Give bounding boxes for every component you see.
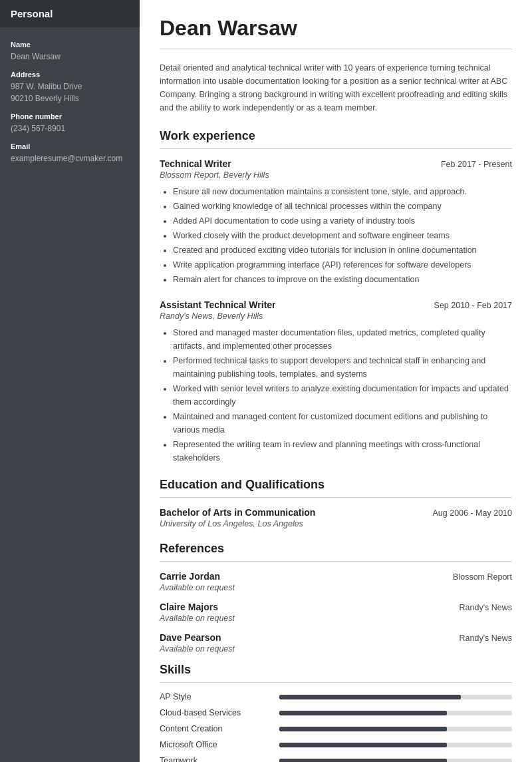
list-item: Worked with senior level writers to anal… <box>173 382 512 409</box>
sidebar-header: Personal <box>0 0 140 27</box>
job-company: Randy's News, Beverly Hills <box>160 311 512 321</box>
skills-container: AP StyleCloud-based ServicesContent Crea… <box>160 692 512 762</box>
skills-title: Skills <box>160 663 512 677</box>
skill-row: Content Creation <box>160 724 512 733</box>
skill-bar-fill <box>279 759 447 763</box>
ref-company: Randy's News <box>460 603 513 612</box>
job-header: Technical WriterFeb 2017 - Present <box>160 158 512 169</box>
skill-label: Cloud-based Services <box>160 708 279 717</box>
job-item: Assistant Technical WriterSep 2010 - Feb… <box>160 299 512 465</box>
phone-label: Phone number <box>11 112 129 120</box>
references-container: Carrie JordanBlossom ReportAvailable on … <box>160 571 512 654</box>
phone-value: (234) 567-8901 <box>11 122 129 134</box>
list-item: Gained working knowledge of all technica… <box>173 200 512 213</box>
list-item: Ensure all new documentation maintains a… <box>173 185 512 198</box>
job-header: Assistant Technical WriterSep 2010 - Feb… <box>160 299 512 310</box>
list-item: Performed technical tasks to support dev… <box>173 354 512 381</box>
ref-company: Blossom Report <box>453 572 512 582</box>
ref-row: Claire MajorsRandy's News <box>160 602 512 612</box>
work-experience-title: Work experience <box>160 129 512 143</box>
ref-name: Claire Majors <box>160 602 218 612</box>
job-item: Technical WriterFeb 2017 - PresentBlosso… <box>160 158 512 286</box>
education-title: Education and Qualifications <box>160 478 512 492</box>
list-item: Worked closely with the product developm… <box>173 229 512 242</box>
reference-item: Dave PearsonRandy's NewsAvailable on req… <box>160 632 512 654</box>
job-title: Assistant Technical Writer <box>160 299 276 310</box>
list-item: Write application programming interface … <box>173 258 512 272</box>
skills-divider <box>160 682 512 683</box>
edu-institution: University of Los Angeles, Los Angeles <box>160 519 512 528</box>
ref-row: Carrie JordanBlossom Report <box>160 571 512 582</box>
skill-row: AP Style <box>160 692 512 701</box>
email-label: Email <box>11 142 129 150</box>
skill-label: AP Style <box>160 692 279 701</box>
skill-bar-background <box>279 727 512 731</box>
list-item: Created and produced exciting video tuto… <box>173 244 512 257</box>
job-dates: Sep 2010 - Feb 2017 <box>434 301 512 310</box>
list-item: Maintained and managed content for custo… <box>173 410 512 437</box>
name-value: Dean Warsaw <box>11 51 129 63</box>
email-value: exampleresume@cvmaker.com <box>11 152 129 164</box>
ref-availability: Available on request <box>160 583 512 592</box>
edu-degree: Bachelor of Arts in Communication <box>160 507 315 518</box>
job-dates: Feb 2017 - Present <box>441 160 512 169</box>
ref-availability: Available on request <box>160 644 512 654</box>
reference-item: Carrie JordanBlossom ReportAvailable on … <box>160 571 512 592</box>
ref-name: Dave Pearson <box>160 632 221 643</box>
reference-item: Claire MajorsRandy's NewsAvailable on re… <box>160 602 512 623</box>
references-title: References <box>160 542 512 556</box>
job-company: Blossom Report, Beverly Hills <box>160 170 512 180</box>
skill-bar-fill <box>279 711 447 715</box>
job-bullets: Ensure all new documentation maintains a… <box>160 185 512 286</box>
list-item: Remain alert for chances to improve on t… <box>173 273 512 286</box>
skill-label: Content Creation <box>160 724 279 733</box>
list-item: Added API documentation to code using a … <box>173 214 512 228</box>
list-item: Represented the writing team in review a… <box>173 438 512 465</box>
references-divider <box>160 561 512 562</box>
skill-bar-fill <box>279 727 447 731</box>
ref-company: Randy's News <box>460 634 513 643</box>
skill-row: Teamwork <box>160 756 512 762</box>
jobs-container: Technical WriterFeb 2017 - PresentBlosso… <box>160 158 512 465</box>
skill-bar-fill <box>279 695 461 699</box>
skill-label: Teamwork <box>160 756 279 762</box>
main-content: Dean Warsaw Detail oriented and analytic… <box>140 0 532 762</box>
name-label: Name <box>11 41 129 49</box>
address-value: 987 W. Malibu Drive 90210 Beverly Hills <box>11 81 129 104</box>
resume-name: Dean Warsaw <box>160 16 512 49</box>
sidebar: Personal Name Dean Warsaw Address 987 W.… <box>0 0 140 762</box>
education-container: Bachelor of Arts in CommunicationAug 200… <box>160 507 512 528</box>
education-item: Bachelor of Arts in CommunicationAug 200… <box>160 507 512 528</box>
job-bullets: Stored and managed master documentation … <box>160 326 512 465</box>
skill-label: Microsoft Office <box>160 740 279 749</box>
sidebar-personal-info: Name Dean Warsaw Address 987 W. Malibu D… <box>0 41 140 183</box>
edu-dates: Aug 2006 - May 2010 <box>432 508 512 518</box>
education-divider <box>160 497 512 498</box>
summary-text: Detail oriented and analytical technical… <box>160 61 512 114</box>
address-label: Address <box>11 71 129 79</box>
skill-bar-fill <box>279 743 447 747</box>
ref-availability: Available on request <box>160 614 512 623</box>
skill-bar-background <box>279 743 512 747</box>
skill-row: Cloud-based Services <box>160 708 512 717</box>
skill-row: Microsoft Office <box>160 740 512 749</box>
skill-bar-background <box>279 695 512 699</box>
skill-bar-background <box>279 711 512 715</box>
skill-bar-background <box>279 759 512 763</box>
ref-name: Carrie Jordan <box>160 571 220 582</box>
edu-header: Bachelor of Arts in CommunicationAug 200… <box>160 507 512 518</box>
ref-row: Dave PearsonRandy's News <box>160 632 512 643</box>
list-item: Stored and managed master documentation … <box>173 326 512 353</box>
job-title: Technical Writer <box>160 158 231 169</box>
work-experience-divider <box>160 148 512 149</box>
